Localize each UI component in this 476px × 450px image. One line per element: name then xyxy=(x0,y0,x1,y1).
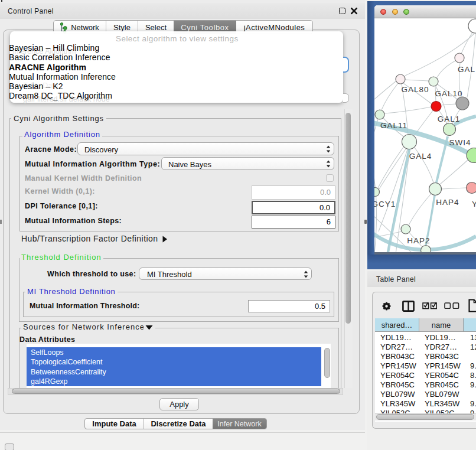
svg-text:GAL1: GAL1 xyxy=(438,115,461,123)
svg-text:HAP4: HAP4 xyxy=(436,198,459,207)
svg-text:GAL80: GAL80 xyxy=(401,85,429,94)
svg-text:GAL: GAL xyxy=(458,65,475,74)
svg-text:GAL4: GAL4 xyxy=(409,152,432,161)
svg-text:SWI4: SWI4 xyxy=(449,138,471,147)
svg-text:Y: Y xyxy=(472,200,476,208)
svg-text:HAP2: HAP2 xyxy=(407,236,430,245)
svg-text:GAL10: GAL10 xyxy=(435,89,462,98)
svg-text:GCY1: GCY1 xyxy=(374,200,396,208)
svg-text:GAL11: GAL11 xyxy=(380,121,407,130)
